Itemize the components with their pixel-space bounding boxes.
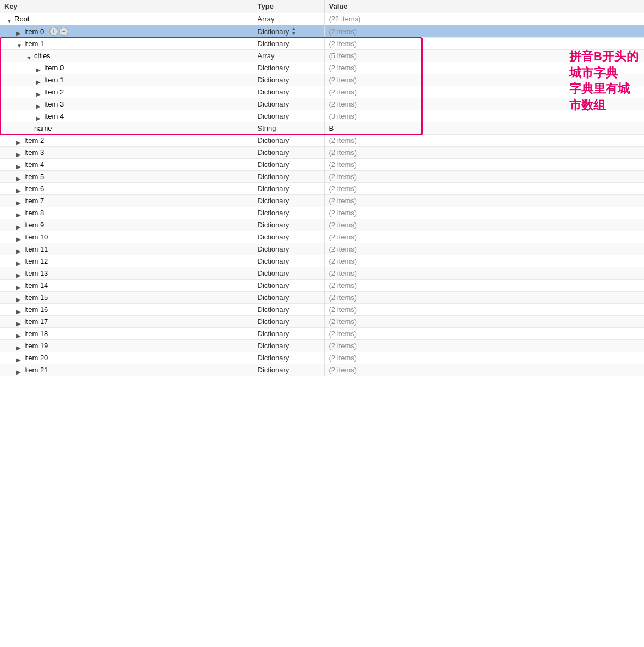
table-row[interactable]: Item 0+−Dictionary▲▼(2 items) [0, 25, 644, 38]
triangle-item19[interactable] [16, 343, 22, 349]
type-cell: Dictionary [253, 340, 324, 352]
triangle-item7[interactable] [16, 198, 22, 204]
key-cell: Item 0 [0, 62, 253, 74]
triangle-cities_item3[interactable] [36, 102, 42, 107]
key-cell: Item 12 [0, 255, 253, 267]
key-cell: Item 6 [0, 183, 253, 195]
triangle-item10[interactable] [16, 235, 22, 240]
table-row[interactable]: Item 5Dictionary(2 items) [0, 171, 644, 183]
triangle-cities_item1[interactable] [36, 77, 42, 83]
triangle-cities_item2[interactable] [36, 90, 42, 95]
table-row[interactable]: Item 9Dictionary(2 items) [0, 219, 644, 231]
triangle-item15[interactable] [16, 295, 22, 300]
table-row[interactable]: Item 3Dictionary(2 items) [0, 147, 644, 159]
triangle-item3[interactable] [16, 150, 22, 155]
table-row[interactable]: Item 11Dictionary(2 items) [0, 243, 644, 255]
key-label: Item 4 [24, 160, 44, 169]
table-row[interactable]: Item 19Dictionary(2 items) [0, 340, 644, 352]
key-label: Item 2 [24, 136, 44, 144]
triangle-item12[interactable] [16, 259, 22, 264]
table-row[interactable]: Item 14Dictionary(2 items) [0, 280, 644, 292]
add-remove-buttons[interactable]: +− [49, 27, 68, 36]
table-row[interactable]: Item 15Dictionary(2 items) [0, 292, 644, 304]
triangle-item17[interactable] [16, 319, 22, 325]
value-cell: (2 items) [324, 219, 644, 231]
key-label: Item 9 [24, 221, 44, 229]
table-row[interactable]: Item 1Dictionary(2 items) [0, 74, 644, 86]
triangle-item9[interactable] [16, 222, 22, 228]
value-cell: (2 items) [324, 340, 644, 352]
key-cell: Item 8 [0, 207, 253, 219]
type-cell: Dictionary [253, 316, 324, 328]
triangle-item21[interactable] [16, 367, 22, 373]
key-cell: Item 2 [0, 135, 253, 147]
table-row[interactable]: Item 17Dictionary(2 items) [0, 316, 644, 328]
type-cell: Dictionary [253, 243, 324, 255]
remove-button[interactable]: − [59, 27, 68, 36]
triangle-item11[interactable] [16, 247, 22, 252]
key-cell: Item 20 [0, 352, 253, 364]
triangle-item0[interactable] [16, 29, 22, 34]
table-row[interactable]: Item 12Dictionary(2 items) [0, 255, 644, 267]
table-row[interactable]: citiesArray(5 items) [0, 50, 644, 62]
table-row[interactable]: Item 2Dictionary(2 items) [0, 135, 644, 147]
table-row[interactable]: Item 0Dictionary(2 items) [0, 62, 644, 74]
table-row[interactable]: Item 20Dictionary(2 items) [0, 352, 644, 364]
value-cell: (2 items) [324, 255, 644, 267]
triangle-root[interactable] [7, 16, 12, 22]
type-cell: Dictionary [253, 110, 324, 122]
table-row[interactable]: Item 4Dictionary(2 items) [0, 159, 644, 171]
sort-arrows[interactable]: ▲▼ [291, 27, 296, 36]
triangle-item14[interactable] [16, 283, 22, 288]
table-row[interactable]: Item 2Dictionary(2 items) [0, 86, 644, 98]
type-cell: Dictionary [253, 74, 324, 86]
triangle-item4[interactable] [16, 162, 22, 168]
triangle-item6[interactable] [16, 186, 22, 192]
key-label: Item 0 [24, 27, 44, 36]
triangle-item20[interactable] [16, 355, 22, 361]
table-row[interactable]: Item 16Dictionary(2 items) [0, 304, 644, 316]
value-cell: (2 items) [324, 292, 644, 304]
table-row[interactable]: Item 1Dictionary(2 items) [0, 38, 644, 50]
key-cell: Item 14 [0, 280, 253, 292]
key-label: Item 19 [24, 342, 48, 350]
table-row[interactable]: Item 3Dictionary(2 items) [0, 98, 644, 110]
key-cell: Root [0, 13, 253, 25]
table-row[interactable]: Item 6Dictionary(2 items) [0, 183, 644, 195]
table-row[interactable]: Item 10Dictionary(2 items) [0, 231, 644, 243]
table-row[interactable]: Item 13Dictionary(2 items) [0, 267, 644, 280]
triangle-item5[interactable] [16, 174, 22, 180]
value-cell: (2 items) [324, 328, 644, 340]
triangle-item16[interactable] [16, 307, 22, 313]
key-cell: Item 1 [0, 74, 253, 86]
type-cell: Dictionary [253, 364, 324, 376]
triangle-item18[interactable] [16, 331, 22, 337]
type-cell: Dictionary [253, 86, 324, 98]
triangle-item1[interactable] [16, 41, 22, 47]
value-cell: (2 items) [324, 231, 644, 243]
table-row[interactable]: Item 4Dictionary(3 items) [0, 110, 644, 122]
table-row[interactable]: Item 21Dictionary(2 items) [0, 364, 644, 376]
triangle-item2[interactable] [16, 138, 22, 143]
triangle-cities_item4[interactable] [36, 114, 42, 119]
triangle-item8[interactable] [16, 210, 22, 216]
annotation-text: 拼音B开头的 城市字典 字典里有城 市数组 [569, 48, 639, 114]
value-cell: (2 items) [324, 280, 644, 292]
value-cell: (2 items) [324, 243, 644, 255]
key-cell: Item 19 [0, 340, 253, 352]
table-row[interactable]: Item 7Dictionary(2 items) [0, 195, 644, 207]
key-cell: Item 7 [0, 195, 253, 207]
type-cell: Dictionary [253, 98, 324, 110]
triangle-cities[interactable] [26, 53, 32, 59]
table-row[interactable]: Item 18Dictionary(2 items) [0, 328, 644, 340]
table-row[interactable]: nameStringB [0, 122, 644, 135]
type-cell: Dictionary [253, 195, 324, 207]
key-cell: Item 4 [0, 110, 253, 122]
add-button[interactable]: + [49, 27, 58, 36]
key-cell: Item 17 [0, 316, 253, 328]
table-row[interactable]: RootArray(22 items) [0, 13, 644, 25]
key-label: Item 21 [24, 366, 48, 374]
triangle-item13[interactable] [16, 271, 22, 276]
triangle-cities_item0[interactable] [36, 65, 42, 71]
table-row[interactable]: Item 8Dictionary(2 items) [0, 207, 644, 219]
